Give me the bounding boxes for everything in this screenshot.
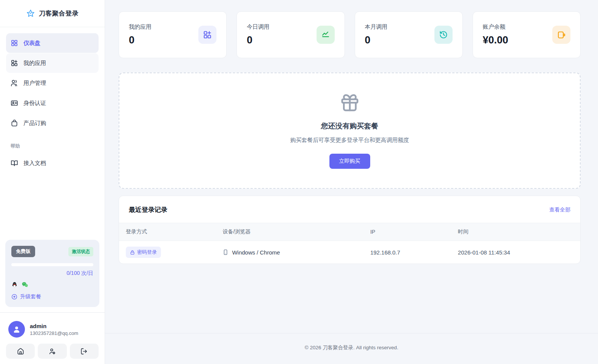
main-area: 我的应用 0 今日调用 0	[105, 0, 598, 364]
sidebar-item-label: 身份认证	[23, 100, 46, 107]
quota-text: 0/100 次/日	[11, 270, 93, 277]
column-header-ip: IP	[363, 223, 451, 241]
sidebar-item-label: 用户管理	[23, 80, 46, 87]
login-method-badge: 密码登录	[126, 247, 161, 258]
sidebar-item-label: 产品订购	[23, 120, 46, 127]
stat-card-month-calls: 本月调用 0	[355, 11, 463, 58]
recent-logins-table: 登录方式 设备/浏览器 IP 时间	[119, 223, 580, 264]
recent-logins-title: 最近登录记录	[129, 205, 167, 214]
stat-label: 今日调用	[247, 23, 269, 31]
logout-button[interactable]	[70, 344, 99, 359]
gift-icon	[340, 93, 360, 113]
sidebar-nav: 仪表盘 我的应用 用户管理	[0, 27, 105, 133]
user-block: admin 1302357281@qq.com	[0, 312, 105, 364]
status-badge: 激活状态	[68, 247, 93, 256]
sidebar-item-label: 仪表盘	[23, 40, 40, 47]
stat-label: 我的应用	[129, 23, 151, 31]
device-label: Windows / Chrome	[232, 249, 280, 256]
stat-label: 本月调用	[365, 23, 388, 31]
qq-icon	[11, 282, 18, 288]
table-row: 密码登录 Windows /	[119, 241, 580, 264]
buy-now-button[interactable]: 立即购买	[329, 154, 370, 169]
help-section-label: 帮助	[0, 133, 105, 153]
book-open-icon	[11, 159, 18, 167]
user-gear-icon	[49, 348, 56, 355]
stat-card-today-calls: 今日调用 0	[236, 11, 345, 58]
sidebar-item-label: 我的应用	[23, 60, 46, 67]
avatar	[8, 321, 25, 338]
stat-value: 0	[365, 34, 388, 46]
stat-value: ¥0.00	[483, 34, 508, 46]
smartphone-icon	[223, 249, 229, 255]
stat-label: 账户余额	[483, 23, 508, 31]
app-logo: 刀客聚合登录	[0, 0, 105, 27]
plan-card: 免费版 激活状态 0/100 次/日	[5, 240, 99, 307]
column-header-device: 设备/浏览器	[216, 223, 363, 241]
platform-icons	[11, 281, 93, 288]
home-icon	[17, 348, 24, 355]
user-row: admin 1302357281@qq.com	[6, 319, 99, 344]
user-name: admin	[30, 323, 78, 329]
sidebar: 刀客聚合登录 仪表盘 我的应用	[0, 0, 105, 364]
sidebar-item-my-apps[interactable]: 我的应用	[6, 53, 99, 73]
dashboard-grid-icon	[11, 39, 18, 47]
lock-icon	[130, 250, 135, 255]
footer: © 2026 刀客聚合登录. All rights reserved.	[105, 333, 598, 364]
wechat-icon	[22, 281, 28, 288]
empty-state-subtitle: 购买套餐后可享受更多登录平台和更高调用额度	[290, 137, 409, 144]
app-title: 刀客聚合登录	[39, 9, 79, 18]
stat-card-my-apps: 我的应用 0	[119, 11, 227, 58]
sidebar-item-dashboard[interactable]: 仪表盘	[6, 33, 99, 53]
time-value: 2026-01-08 11:45:34	[451, 241, 580, 264]
star-logo-icon	[26, 9, 35, 18]
help-nav: 接入文档	[0, 153, 105, 173]
ip-value: 192.168.0.7	[363, 241, 451, 264]
stat-value: 0	[247, 34, 269, 46]
copyright-text: © 2026 刀客聚合登录. All rights reserved.	[305, 345, 399, 350]
grid-plus-icon	[198, 26, 216, 44]
sidebar-item-products[interactable]: 产品订购	[6, 113, 99, 133]
stat-card-balance: 账户余额 ¥0.00	[473, 11, 581, 58]
arrow-up-circle-icon	[11, 294, 17, 300]
plan-badge: 免费版	[11, 246, 35, 257]
recent-logins-card: 最近登录记录 查看全部 登录方式 设备/浏览器 IP 时间	[119, 196, 581, 264]
wallet-icon	[552, 26, 570, 44]
table-header-row: 登录方式 设备/浏览器 IP 时间	[119, 223, 580, 241]
sidebar-item-label: 接入文档	[23, 160, 46, 167]
login-method-label: 密码登录	[137, 249, 157, 256]
grid-plus-icon	[11, 59, 18, 67]
stat-cards-row: 我的应用 0 今日调用 0	[119, 11, 581, 58]
column-header-time: 时间	[451, 223, 580, 241]
column-header-method: 登录方式	[119, 223, 216, 241]
view-all-link[interactable]: 查看全部	[549, 207, 570, 213]
sidebar-item-docs[interactable]: 接入文档	[6, 153, 99, 173]
upgrade-plan-link[interactable]: 升级套餐	[11, 293, 93, 300]
stat-value: 0	[129, 34, 151, 46]
shopping-bag-icon	[11, 119, 18, 127]
empty-state-title: 您还没有购买套餐	[321, 121, 379, 131]
home-button[interactable]	[6, 344, 35, 359]
area-chart-icon	[317, 26, 335, 44]
history-clock-icon	[434, 26, 453, 44]
sidebar-item-identity[interactable]: 身份认证	[6, 93, 99, 113]
account-settings-button[interactable]	[38, 344, 66, 359]
users-icon	[11, 79, 18, 87]
upgrade-plan-label: 升级套餐	[20, 293, 41, 300]
logout-icon	[80, 348, 88, 355]
no-package-empty-state: 您还没有购买套餐 购买套餐后可享受更多登录平台和更高调用额度 立即购买	[119, 72, 581, 189]
user-actions	[6, 344, 99, 359]
id-card-icon	[11, 99, 18, 107]
quota-progress-bar	[11, 263, 93, 266]
user-email: 1302357281@qq.com	[30, 330, 78, 336]
sidebar-item-users[interactable]: 用户管理	[6, 73, 99, 93]
